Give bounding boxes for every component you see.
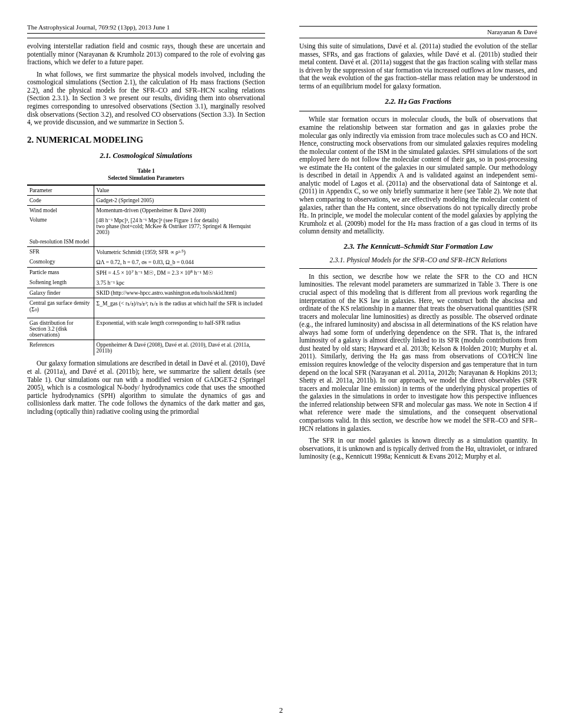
section-2-2-title: 2.2. H₂ Gas Fractions — [299, 97, 537, 106]
left-body-1: Our galaxy formation simulations are des… — [27, 360, 265, 416]
authors-short: Narayanan & Davé — [487, 28, 537, 35]
section-rule-1 — [299, 111, 537, 111]
table-header-value: Value — [94, 185, 265, 196]
section-2-title: 2. NUMERICAL MODELING — [27, 135, 265, 145]
right-para-2: While star formation occurs in molecular… — [299, 116, 537, 235]
table-1-caption: Table 1 Selected Simulation Parameters — [27, 168, 265, 182]
section-2-1-title: 2.1. Cosmological Simulations — [27, 151, 265, 160]
right-para-3: In this section, we describe how we rela… — [299, 273, 537, 433]
intro-para-2: In what follows, we first summarize the … — [27, 71, 265, 127]
left-column: The Astrophysical Journal, 769:92 (13pp)… — [27, 22, 265, 461]
section-2-3-title: 2.3. The Kennicutt–Schmidt Star Formatio… — [299, 242, 537, 251]
right-column: Narayanan & Davé Using this suite of sim… — [299, 22, 537, 461]
right-para-1: Using this suite of simulations, Davé et… — [299, 42, 537, 90]
journal-citation: The Astrophysical Journal, 769:92 (13pp)… — [27, 24, 170, 31]
header-sub-right: Narayanan & Davé — [299, 27, 537, 38]
section-2-3-1-title: 2.3.1. Physical Models for the SFR–CO an… — [299, 256, 537, 263]
table-row: Code — [27, 196, 94, 206]
right-para-4: The SFR in our model galaxies is known d… — [299, 437, 537, 461]
running-header-left: The Astrophysical Journal, 769:92 (13pp)… — [27, 22, 265, 34]
header-sub-left — [27, 34, 265, 38]
section-rule-2 — [299, 268, 537, 269]
running-header-right — [299, 22, 537, 27]
page-number: 2 — [279, 706, 283, 715]
page-footer: 2 — [0, 706, 562, 715]
table-header-param: Parameter — [27, 185, 94, 196]
table-1: Parameter Value CodeGadget-2 (Springel 2… — [27, 185, 265, 355]
intro-para-1: evolving interstellar radiation field an… — [27, 42, 265, 67]
